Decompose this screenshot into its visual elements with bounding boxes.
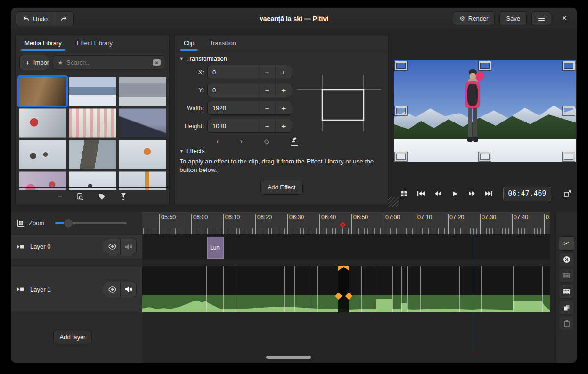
media-thumbnail[interactable] [119,140,166,169]
layer1-track[interactable] [142,266,550,312]
zoom-slider-knob[interactable] [64,219,73,228]
preview-canvas[interactable] [394,60,576,162]
transform-handle-top-right[interactable] [563,61,575,70]
copy-button[interactable] [559,301,574,315]
transform-handle-bottom-left[interactable] [395,152,407,161]
redo-button[interactable] [54,12,74,26]
media-thumbnail[interactable] [119,77,166,106]
next-keyframe-icon[interactable]: › [240,138,243,145]
filter-icon[interactable] [120,193,127,201]
layer0-track[interactable]: Lun [142,234,550,259]
y-input[interactable] [208,83,259,97]
clip-edge[interactable] [542,266,543,312]
clip-edge[interactable] [284,266,285,312]
horizontal-scrollbar-thumb[interactable] [266,356,311,359]
transformation-header[interactable]: ▼ Transformation [180,55,384,62]
dock-grid-icon[interactable] [398,187,410,200]
paste-button[interactable] [559,317,574,331]
add-layer-button[interactable]: Add layer [53,330,92,344]
layer0-visibility-button[interactable] [104,239,120,254]
clip-edge[interactable] [294,266,295,312]
layer1-visibility-button[interactable] [104,282,120,297]
width-increment-button[interactable]: + [275,101,292,114]
height-decrement-button[interactable]: − [259,119,275,132]
clip-edge[interactable] [407,266,408,312]
x-input[interactable] [208,65,259,79]
height-input[interactable] [208,119,259,132]
group-button[interactable] [559,285,574,299]
tab-effect-library[interactable]: Effect Library [70,35,120,51]
clip-properties-icon[interactable] [76,193,84,201]
transform-handle-top-left[interactable] [395,61,407,70]
render-button[interactable]: ⚙ Render [453,11,495,25]
media-thumbnail[interactable] [19,108,66,138]
split-clip-button[interactable]: ✂ [559,236,574,251]
transform-handle-top[interactable] [479,61,491,70]
clip-edge[interactable] [513,266,514,312]
clip-edge[interactable] [376,266,376,312]
import-button[interactable]: + Import [20,55,49,70]
clip-edge[interactable] [237,266,237,312]
delete-clip-button[interactable] [559,252,574,267]
clip-edge[interactable] [459,266,460,312]
layer1-audio-button[interactable] [120,282,136,297]
toggle-keyframe-icon[interactable]: ◇ [264,138,270,145]
height-increment-button[interactable]: + [275,119,292,132]
transform-handle-right[interactable] [563,106,575,115]
undock-viewer-icon[interactable] [561,187,574,200]
remove-asset-icon[interactable]: − [58,192,62,201]
reset-keyframes-icon[interactable] [291,137,298,146]
fast-forward-button[interactable] [466,187,478,200]
search-input[interactable] [66,59,149,66]
layer0-audio-button[interactable] [120,239,136,254]
tab-clip[interactable]: Clip [177,35,201,51]
layer-handle-icon[interactable] [17,244,24,250]
width-input[interactable] [208,101,259,114]
layer-handle-icon[interactable] [17,286,24,293]
y-increment-button[interactable]: + [275,83,292,97]
transform-handle-left[interactable] [395,106,407,115]
save-button[interactable]: Save [499,11,527,25]
media-thumbnail[interactable] [69,108,116,138]
y-decrement-button[interactable]: − [259,83,275,97]
clip-edge[interactable] [317,266,318,312]
clip-edge[interactable] [420,266,421,312]
media-thumbnail[interactable] [119,108,166,138]
menu-button[interactable] [531,11,551,25]
clip-edge[interactable] [206,266,207,312]
media-thumbnail[interactable] [19,77,66,106]
x-decrement-button[interactable]: − [259,65,275,79]
pane-resize-grip[interactable] [388,197,399,207]
star-icon[interactable]: ★ [57,59,63,66]
tab-transition[interactable]: Transition [202,35,243,51]
title-clip[interactable]: Lun [207,237,224,259]
clip-edge[interactable] [401,266,402,312]
media-thumbnail[interactable] [69,77,116,106]
prev-keyframe-icon[interactable]: ‹ [216,138,219,145]
skip-end-button[interactable] [482,187,495,200]
clip-edge[interactable] [310,266,310,312]
x-increment-button[interactable]: + [275,65,292,79]
transform-handle-bottom-right[interactable] [563,152,575,161]
add-effect-button[interactable]: Add Effect [260,180,303,195]
clip-edge[interactable] [481,266,482,312]
play-button[interactable] [449,187,461,200]
timecode-display[interactable]: 06:47.469 [503,187,551,201]
close-button[interactable]: × [556,11,573,25]
clip-edge[interactable] [223,266,224,312]
playhead[interactable] [474,228,474,354]
effects-header[interactable]: ▼ Effects [180,147,384,154]
ungroup-button[interactable] [559,268,574,283]
clear-search-icon[interactable]: × [153,59,161,66]
undo-button[interactable]: Undo [16,12,54,26]
transform-handle-bottom[interactable] [479,152,491,161]
media-thumbnail[interactable] [19,140,66,169]
zoom-fit-icon[interactable] [17,220,24,227]
tab-media-library[interactable]: Media Library [17,35,69,51]
media-thumbnail[interactable] [69,140,116,169]
rewind-button[interactable] [432,187,444,200]
trim-handle-left-icon[interactable] [338,267,343,271]
clip-edge[interactable] [361,266,362,312]
trim-handle-right-icon[interactable] [344,267,349,271]
width-decrement-button[interactable]: − [259,101,275,114]
